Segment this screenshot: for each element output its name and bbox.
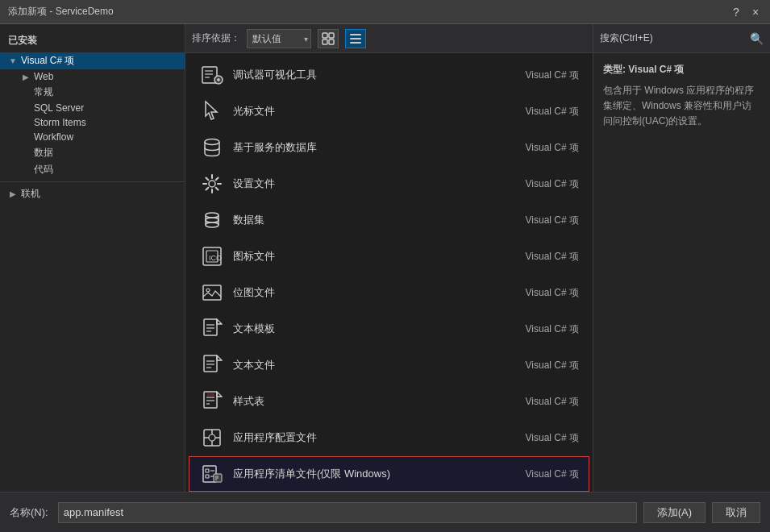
installed-label: 已安装 <box>8 35 37 46</box>
sort-label: 排序依据： <box>192 31 240 45</box>
add-button[interactable]: 添加(A) <box>643 502 705 523</box>
item-icon-iconfile: ICO <box>199 243 225 269</box>
dialog-title: 添加新项 - ServiceDemo <box>8 5 114 19</box>
svg-point-16 <box>209 181 215 187</box>
tree-item-code[interactable]: 代码 <box>0 161 185 178</box>
item-name: 位图文件 <box>233 285 514 300</box>
tree-label-workflow: Workflow <box>34 131 73 143</box>
item-name: 调试器可视化工具 <box>233 68 514 82</box>
item-category: Visual C# 项 <box>514 69 579 82</box>
item-category: Visual C# 项 <box>514 395 579 409</box>
tree-item-changgui[interactable]: 常规 <box>0 84 185 101</box>
description-text: 包含用于 Windows 应用程序的程序集绑定、Windows 兼容性和用户访问… <box>603 83 760 130</box>
item-category: Visual C# 项 <box>514 359 579 372</box>
tree-item-workflow[interactable]: Workflow <box>0 130 185 144</box>
svg-rect-0 <box>323 33 327 38</box>
sort-select[interactable]: 默认值 名称 类型 <box>247 29 311 48</box>
search-bar: 搜索(Ctrl+E) 🔍 <box>593 24 770 53</box>
list-view-button[interactable] <box>345 29 366 48</box>
item-category: Visual C# 项 <box>514 105 579 118</box>
list-item-selected[interactable]: 应用程序清单文件(仅限 Windows) Visual C# 项 <box>189 456 589 492</box>
item-icon-texttemplate <box>199 316 225 342</box>
item-list: 调试器可视化工具 Visual C# 项 光标文件 Visual C# 项 <box>185 53 593 492</box>
item-name: 基于服务的数据库 <box>233 140 514 155</box>
arrow-web: ▶ <box>21 73 31 81</box>
tree-item-online[interactable]: ▶ 联机 <box>0 185 185 202</box>
item-category: Visual C# 项 <box>514 468 579 481</box>
arrow-online: ▶ <box>8 189 18 198</box>
middle-panel: 排序依据： 默认值 名称 类型 <box>185 24 593 492</box>
item-name: 应用程序配置文件 <box>233 430 514 445</box>
tree-label-sqlserver: SQL Server <box>34 102 84 114</box>
item-icon-debugger <box>199 62 225 88</box>
svg-rect-57 <box>206 475 209 478</box>
list-item[interactable]: 位图文件 Visual C# 项 <box>189 275 589 310</box>
tree-item-stormitems[interactable]: Storm Items <box>0 115 185 130</box>
list-item[interactable]: css 样式表 Visual C# 项 <box>189 384 589 419</box>
item-icon-textfile <box>199 352 225 378</box>
list-item[interactable]: 数据集 Visual C# 项 <box>189 202 589 238</box>
item-category: Visual C# 项 <box>514 141 579 155</box>
svg-rect-27 <box>204 319 217 335</box>
item-category: Visual C# 项 <box>514 322 579 336</box>
item-icon-database <box>199 135 225 160</box>
item-category: Visual C# 项 <box>514 214 579 227</box>
svg-point-18 <box>206 218 219 222</box>
list-item[interactable]: 文本文件 Visual C# 项 <box>189 347 589 383</box>
cancel-button[interactable]: 取消 <box>712 502 760 523</box>
tree-label-stormitems: Storm Items <box>34 117 86 128</box>
item-category: Visual C# 项 <box>514 286 579 300</box>
item-name: 文本文件 <box>233 358 514 372</box>
svg-rect-4 <box>350 34 361 35</box>
list-item[interactable]: 基于服务的数据库 Visual C# 项 <box>189 130 589 165</box>
list-item[interactable]: 应用程序配置文件 Visual C# 项 <box>189 420 589 455</box>
svg-marker-42 <box>217 392 222 397</box>
close-button[interactable]: × <box>749 6 762 19</box>
grid-view-button[interactable] <box>318 29 339 48</box>
tree-label-code: 代码 <box>34 163 53 177</box>
list-item[interactable]: ICO 图标文件 Visual C# 项 <box>189 239 589 274</box>
item-name: 设置文件 <box>233 177 514 191</box>
item-icon-settings <box>199 171 225 197</box>
item-icon-bitmap <box>199 280 225 305</box>
tree-item-web[interactable]: ▶ Web <box>0 69 185 84</box>
right-content: 类型: Visual C# 项 包含用于 Windows 应用程序的程序集绑定、… <box>593 53 770 492</box>
name-input[interactable] <box>58 502 637 523</box>
svg-rect-25 <box>203 285 221 300</box>
tree-item-data[interactable]: 数据 <box>0 144 185 161</box>
help-button[interactable]: ? <box>730 6 743 19</box>
item-icon-appconfig <box>199 425 225 451</box>
list-item[interactable]: 调试器可视化工具 Visual C# 项 <box>189 57 589 93</box>
item-category: Visual C# 项 <box>514 177 579 191</box>
tree-item-sqlserver[interactable]: SQL Server <box>0 101 185 115</box>
tree-label-web: Web <box>34 71 53 82</box>
dialog-body: 已安装 ▼ Visual C# 项 ▶ Web 常规 SQL Server St… <box>0 24 770 492</box>
list-item[interactable]: 设置文件 Visual C# 项 <box>189 166 589 202</box>
list-item[interactable]: 文本模板 Visual C# 项 <box>189 311 589 347</box>
svg-rect-2 <box>323 39 327 44</box>
tree-item-visual-csharp[interactable]: ▼ Visual C# 项 <box>0 52 185 69</box>
list-item[interactable]: 光标文件 Visual C# 项 <box>189 94 589 129</box>
installed-header: 已安装 <box>0 31 185 52</box>
svg-text:ICO: ICO <box>209 254 222 262</box>
svg-point-50 <box>209 434 215 441</box>
svg-rect-3 <box>329 39 334 44</box>
item-name: 样式表 <box>233 394 514 409</box>
item-category: Visual C# 项 <box>514 431 579 445</box>
title-bar: 添加新项 - ServiceDemo ? × <box>0 0 770 24</box>
svg-rect-1 <box>329 33 334 38</box>
svg-point-26 <box>206 289 210 292</box>
tree-label-changgui: 常规 <box>34 85 53 99</box>
left-panel: 已安装 ▼ Visual C# 项 ▶ Web 常规 SQL Server St… <box>0 24 185 492</box>
svg-text:css: css <box>207 392 214 397</box>
svg-marker-14 <box>206 102 217 119</box>
right-panel: 搜索(Ctrl+E) 🔍 类型: Visual C# 项 包含用于 Window… <box>593 24 770 492</box>
svg-rect-6 <box>350 42 361 44</box>
type-label: 类型: Visual C# 项 <box>603 63 760 77</box>
svg-rect-56 <box>206 469 209 472</box>
middle-toolbar: 排序依据： 默认值 名称 类型 <box>185 24 593 53</box>
item-category: Visual C# 项 <box>514 250 579 264</box>
search-icon[interactable]: 🔍 <box>750 32 764 45</box>
item-icon-stylesheet: css <box>199 389 225 414</box>
item-icon-dataset <box>199 207 225 233</box>
